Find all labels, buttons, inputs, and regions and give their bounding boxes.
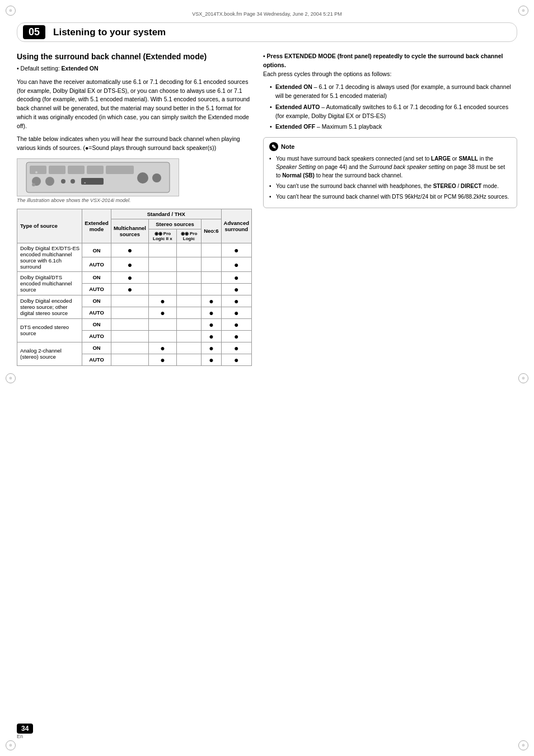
pro-logic-iix2-0 bbox=[148, 257, 176, 272]
corner-mark-mr: ⊕ bbox=[518, 373, 528, 383]
svg-point-14 bbox=[35, 171, 38, 173]
main-content: Using the surround back channel (Extende… bbox=[17, 52, 517, 366]
pro-logic-iix1-4: ● bbox=[148, 342, 176, 354]
svg-point-13 bbox=[32, 183, 35, 186]
multichannel1-4 bbox=[111, 342, 148, 354]
neo6-1-2: ● bbox=[202, 295, 221, 307]
multichannel2-1: ● bbox=[111, 283, 148, 295]
neo6-1-0 bbox=[202, 243, 221, 257]
page-title: Listening to your system bbox=[53, 27, 166, 38]
col-header-multichannel: Multichannel sources bbox=[111, 219, 148, 243]
col-header-extended: Extended mode bbox=[82, 209, 111, 243]
press-instruction: • Press EXTENDED MODE (front panel) repe… bbox=[263, 52, 517, 78]
svg-point-11 bbox=[137, 172, 148, 184]
svg-rect-1 bbox=[30, 166, 46, 174]
page-footer: 34 En bbox=[17, 724, 33, 739]
mode1-2: ON bbox=[82, 295, 111, 307]
advanced2-4: ● bbox=[221, 354, 251, 365]
svg-rect-5 bbox=[106, 166, 134, 174]
source-name-1: Dolby Digital/DTS encoded multichannel s… bbox=[17, 271, 82, 295]
receiver-svg: ● bbox=[25, 161, 171, 194]
multichannel2-2 bbox=[111, 307, 148, 318]
pro-logic1-2 bbox=[176, 295, 201, 307]
note-header-label: Note bbox=[281, 142, 294, 152]
col-header-pro-logic: ◉◉ Pro Logic bbox=[176, 229, 201, 243]
corner-mark-bl: ⊕ bbox=[6, 740, 16, 750]
note-box: ✎ Note You must have surround back speak… bbox=[263, 137, 517, 208]
pro-logic-iix1-3 bbox=[148, 318, 176, 330]
advanced2-1: ● bbox=[221, 283, 251, 295]
advanced1-0: ● bbox=[221, 243, 251, 257]
multichannel1-1: ● bbox=[111, 271, 148, 283]
pro-logic1-3 bbox=[176, 318, 201, 330]
advanced2-0: ● bbox=[221, 257, 251, 272]
advanced1-1: ● bbox=[221, 271, 251, 283]
default-setting: • Default setting: Extended ON bbox=[17, 64, 252, 73]
option-item-2: Extended OFF – Maximum 5.1 playback bbox=[270, 123, 517, 132]
multichannel1-3 bbox=[111, 318, 148, 330]
lang-label: En bbox=[17, 734, 33, 739]
pro-logic-iix1-0 bbox=[148, 243, 176, 257]
file-info: VSX_2014TX.book.fm Page 34 Wednesday, Ju… bbox=[17, 11, 517, 17]
page-number: 34 bbox=[17, 724, 33, 734]
mode2-2: AUTO bbox=[82, 307, 111, 318]
multichannel2-0: ● bbox=[111, 257, 148, 272]
pro-logic-iix2-4: ● bbox=[148, 354, 176, 365]
table-row: Dolby Digital encoded stereo source; oth… bbox=[17, 295, 252, 307]
pro-logic2-2 bbox=[176, 307, 201, 318]
mode2-4: AUTO bbox=[82, 354, 111, 365]
advanced1-4: ● bbox=[221, 342, 251, 354]
default-setting-label: Default setting: bbox=[21, 65, 60, 72]
options-list: Extended ON – 6.1 or 7.1 decoding is alw… bbox=[263, 83, 517, 132]
corner-mark-tr: ⊕ bbox=[518, 6, 528, 16]
pro-logic1-4 bbox=[176, 342, 201, 354]
multichannel2-4 bbox=[111, 354, 148, 365]
advanced1-3: ● bbox=[221, 318, 251, 330]
neo6-2-2: ● bbox=[202, 307, 221, 318]
table-row: Dolby Digital EX/DTS-ES encoded multicha… bbox=[17, 243, 252, 257]
receiver-caption: The illustration above shows the VSX-201… bbox=[17, 198, 252, 203]
source-table: Type of source Extended mode Standard / … bbox=[17, 209, 252, 366]
svg-rect-2 bbox=[49, 166, 65, 174]
table-row: Dolby Digital/DTS encoded multichannel s… bbox=[17, 271, 252, 283]
source-name-4: Analog 2-channel (stereo) source bbox=[17, 342, 82, 365]
note-header: ✎ Note bbox=[269, 142, 511, 152]
pro-logic2-4 bbox=[176, 354, 201, 365]
col-header-source: Type of source bbox=[17, 209, 82, 243]
svg-rect-4 bbox=[87, 166, 104, 174]
pro-logic2-3 bbox=[176, 330, 201, 342]
col-header-standard-thx: Standard / THX bbox=[111, 209, 221, 219]
neo6-2-0 bbox=[202, 257, 221, 272]
option-item-0: Extended ON – 6.1 or 7.1 decoding is alw… bbox=[270, 83, 517, 101]
svg-rect-3 bbox=[68, 166, 85, 174]
source-name-2: Dolby Digital encoded stereo source; oth… bbox=[17, 295, 82, 318]
note-item-2: You can't hear the surround back channel… bbox=[269, 192, 511, 201]
neo6-2-3: ● bbox=[202, 330, 221, 342]
svg-text:●: ● bbox=[84, 181, 86, 184]
svg-point-8 bbox=[61, 179, 65, 184]
svg-point-9 bbox=[71, 179, 75, 184]
multichannel1-2 bbox=[111, 295, 148, 307]
receiver-image: ● bbox=[17, 158, 179, 196]
section-title: Using the surround back channel (Extende… bbox=[17, 52, 252, 61]
body-text-1: You can have the receiver automatically … bbox=[17, 78, 252, 131]
mode2-0: AUTO bbox=[82, 257, 111, 272]
pro-logic1-1 bbox=[176, 271, 201, 283]
col-header-pro-logic-iix: ◉◉ Pro Logic II x bbox=[148, 229, 176, 243]
pro-logic2-1 bbox=[176, 283, 201, 295]
mode2-3: AUTO bbox=[82, 330, 111, 342]
source-name-0: Dolby Digital EX/DTS-ES encoded multicha… bbox=[17, 243, 82, 271]
pro-logic-iix1-2: ● bbox=[148, 295, 176, 307]
pro-logic-symbol: ◉◉ bbox=[181, 231, 189, 236]
neo6-1-4: ● bbox=[202, 342, 221, 354]
body-text-2: The table below indicates when you will … bbox=[17, 135, 252, 153]
neo6-1-1 bbox=[202, 271, 221, 283]
note-item-1: You can't use the surround back channel … bbox=[269, 182, 511, 190]
mode1-1: ON bbox=[82, 271, 111, 283]
neo6-2-1 bbox=[202, 283, 221, 295]
notes-list: You must have surround back speakers con… bbox=[269, 154, 511, 201]
note-icon: ✎ bbox=[269, 142, 278, 151]
left-column: Using the surround back channel (Extende… bbox=[17, 52, 252, 366]
advanced1-2: ● bbox=[221, 295, 251, 307]
right-column: • Press EXTENDED MODE (front panel) repe… bbox=[263, 52, 517, 366]
